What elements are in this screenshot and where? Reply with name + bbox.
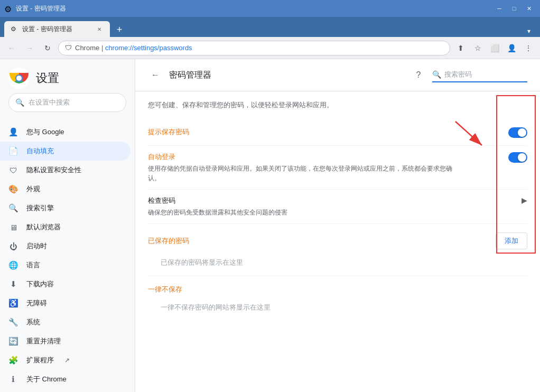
sidebar-item-download[interactable]: ⬇ 下载内容 [0, 275, 131, 294]
sidebar-item-reset[interactable]: 🔄 重置并清理 [0, 332, 131, 351]
add-password-button[interactable]: 添加 [496, 232, 527, 249]
sidebar-item-privacy[interactable]: 🛡 隐私设置和安全性 [0, 161, 131, 180]
sidebar-item-accessibility[interactable]: ♿ 无障碍 [0, 294, 131, 313]
suggest-save-toggle[interactable] [508, 127, 527, 138]
help-question-icon: ? [416, 70, 421, 80]
autofill-icon: 📄 [8, 146, 18, 156]
address-input[interactable]: 🛡 Chrome | chrome://settings/passwords [58, 41, 450, 55]
search-passwords-field[interactable]: 🔍 搜索密码 [432, 68, 527, 82]
startup-icon: ⏻ [8, 241, 18, 251]
minimize-button[interactable]: ─ [492, 3, 506, 14]
sidebar-item-extensions[interactable]: 🧩 扩展程序 ↗ [0, 351, 131, 370]
language-icon: 🌐 [8, 260, 18, 270]
address-shield-icon: 🛡 [65, 44, 72, 52]
menu-icon[interactable]: ⋮ [521, 41, 536, 55]
settings-search-bar[interactable]: 🔍 在设置中搜索 [8, 93, 126, 112]
passwords-back-button[interactable]: ← [148, 68, 163, 82]
passwords-title: 密码管理器 [169, 70, 405, 81]
share-icon[interactable]: ⬆ [453, 41, 468, 55]
sidebar-item-autofill[interactable]: 📄 自动填充 [0, 142, 131, 161]
close-button[interactable]: ✕ [522, 3, 536, 14]
sidebar-item-default-browser[interactable]: 🖥 默认浏览器 [0, 218, 131, 237]
settings-header: 设置 [0, 59, 135, 93]
sidebar-label-search: 搜索引擎 [26, 203, 54, 213]
google-icon: 👤 [8, 127, 18, 137]
sidebar-label-reset: 重置并清理 [26, 337, 61, 346]
check-passwords-row[interactable]: 检查密码 确保您的密码免受数据泄露和其他安全问题的侵害 ▶ [148, 190, 527, 224]
sidebar-label-autofill: 自动填充 [26, 146, 54, 156]
never-save-label: 一律不保存 [148, 285, 182, 294]
content-area: ← 密码管理器 ? 🔍 搜索密码 您可创建、保存和管理您的密码，以便轻松登录网站… [135, 59, 540, 392]
title-bar: ⚙ 设置 - 密码管理器 ─ □ ✕ [0, 0, 540, 17]
back-button[interactable]: ← [4, 41, 19, 55]
suggest-save-info: 提示保存密码 [148, 127, 500, 139]
address-bar-actions: ⬆ ☆ ⬜ 👤 ⋮ [453, 41, 536, 55]
check-passwords-desc: 确保您的密码免受数据泄露和其他安全问题的侵害 [148, 208, 454, 217]
reload-button[interactable]: ↻ [40, 41, 55, 55]
address-url: Chrome | chrome://settings/passwords [75, 44, 192, 52]
content-header: ← 密码管理器 ? 🔍 搜索密码 [135, 59, 540, 91]
appearance-icon: 🎨 [8, 184, 18, 194]
sidebar-label-about: 关于 Chrome [26, 375, 67, 384]
help-button[interactable]: ? [411, 68, 426, 82]
settings-page-title: 设置 [36, 70, 59, 86]
sidebar-item-startup[interactable]: ⏻ 启动时 [0, 237, 131, 256]
chrome-logo [8, 68, 30, 89]
sidebar-item-language[interactable]: 🌐 语言 [0, 256, 131, 275]
tab-favicon-icon: ⚙ [11, 25, 18, 33]
auto-login-control [508, 152, 527, 163]
auto-login-toggle-thumb [518, 153, 526, 162]
address-bar: ← → ↻ 🛡 Chrome | chrome://settings/passw… [0, 37, 540, 59]
title-bar-left: ⚙ 设置 - 密码管理器 [4, 4, 66, 13]
bookmark-icon[interactable]: ☆ [470, 41, 485, 55]
sidebar-label-extensions: 扩展程序 [26, 356, 54, 365]
auto-login-toggle[interactable] [508, 152, 527, 163]
saved-passwords-empty: 已保存的密码将显示在这里 [148, 254, 527, 272]
download-icon: ⬇ [8, 279, 18, 289]
forward-button[interactable]: → [22, 41, 37, 55]
sidebar-label-system: 系统 [26, 318, 40, 327]
content-body: 您可创建、保存和管理您的密码，以便轻松登录网站和应用。 提示保存密码 自动登录 … [135, 91, 540, 325]
sidebar-item-search-engine[interactable]: 🔍 搜索引擎 [0, 199, 131, 218]
auto-login-desc: 使用存储的凭据自动登录网站和应用。如果关闭了该功能，在您每次登录网站或应用之前，… [148, 164, 454, 183]
sidebar-nav: 👤 您与 Google 📄 自动填充 🛡 隐私设置和安全性 🎨 外观 🔍 搜索引… [0, 120, 135, 391]
never-save-section-header: 一律不保存 [148, 281, 527, 298]
sidebar-item-google[interactable]: 👤 您与 Google [0, 123, 131, 142]
passwords-description: 您可创建、保存和管理您的密码，以便轻松登录网站和应用。 [148, 100, 527, 110]
settings-favicon-icon: ⚙ [4, 4, 13, 13]
search-passwords-icon: 🔍 [432, 70, 441, 79]
tab-bar: ⚙ 设置 - 密码管理器 ✕ + ▾ [0, 17, 540, 37]
settings-search-icon: 🔍 [15, 98, 24, 107]
suggest-save-control [508, 127, 527, 138]
main-layout: 设置 🔍 在设置中搜索 👤 您与 Google 📄 自动填充 🛡 隐私设置和安全… [0, 59, 540, 392]
maximize-button[interactable]: □ [507, 3, 521, 14]
sidebar-item-appearance[interactable]: 🎨 外观 [0, 180, 131, 199]
tab-close-button[interactable]: ✕ [95, 25, 104, 33]
system-icon: 🔧 [8, 318, 18, 327]
reset-icon: 🔄 [8, 337, 18, 346]
content-header-right: ? 🔍 搜索密码 [411, 68, 527, 82]
sidebar-label-accessibility: 无障碍 [26, 298, 47, 308]
tab-list-button[interactable]: ▾ [522, 25, 536, 37]
sidebar-label-startup: 启动时 [26, 241, 47, 251]
profile-icon[interactable]: 👤 [504, 41, 519, 55]
reader-mode-icon[interactable]: ⬜ [487, 41, 502, 55]
saved-passwords-section-header: 已保存的密码 添加 [148, 224, 527, 254]
sidebar-item-about[interactable]: ℹ 关于 Chrome [0, 370, 131, 389]
privacy-icon: 🛡 [8, 165, 18, 175]
suggest-save-toggle-thumb [518, 128, 526, 137]
svg-point-3 [16, 76, 22, 81]
new-tab-button[interactable]: + [112, 22, 127, 37]
title-bar-controls: ─ □ ✕ [492, 3, 536, 14]
external-link-icon: ↗ [64, 357, 70, 364]
auto-login-label: 自动登录 [148, 152, 500, 162]
sidebar-label-browser: 默认浏览器 [26, 222, 61, 232]
about-icon: ℹ [8, 375, 18, 384]
sidebar: 设置 🔍 在设置中搜索 👤 您与 Google 📄 自动填充 🛡 隐私设置和安全… [0, 59, 135, 392]
title-bar-title: 设置 - 密码管理器 [16, 4, 66, 13]
active-tab[interactable]: ⚙ 设置 - 密码管理器 ✕ [4, 21, 110, 37]
sidebar-item-system[interactable]: 🔧 系统 [0, 313, 131, 332]
suggest-save-label: 提示保存密码 [148, 127, 500, 137]
check-passwords-info: 检查密码 确保您的密码免受数据泄露和其他安全问题的侵害 [148, 196, 513, 217]
tab-bar-right: ▾ [522, 25, 536, 37]
